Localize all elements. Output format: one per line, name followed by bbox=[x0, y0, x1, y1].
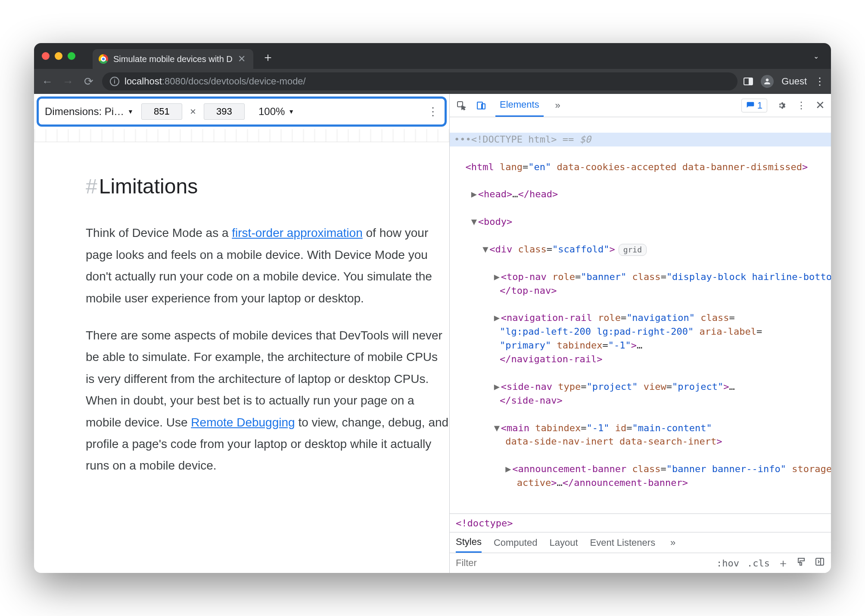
page-heading: #Limitations bbox=[86, 168, 449, 205]
content-area: Dimensions: Pi… ▼ × 100% ▼ ⋮ #Limitation… bbox=[34, 94, 831, 573]
dimensions-label: Dimensions: Pi… bbox=[45, 106, 124, 118]
chrome-icon bbox=[99, 54, 108, 64]
url-input[interactable]: i localhost:8080/docs/devtools/device-mo… bbox=[102, 72, 737, 90]
browser-menu-button[interactable]: ⋮ bbox=[815, 75, 825, 87]
link-remote-debugging[interactable]: Remote Debugging bbox=[191, 416, 295, 429]
minimize-window-button[interactable] bbox=[55, 52, 62, 60]
devtools-toolbar: Elements » 1 ⋮ ✕ bbox=[450, 94, 831, 117]
url-port: :8080 bbox=[162, 76, 186, 87]
profile-label: Guest bbox=[781, 76, 807, 87]
address-bar: ← → ⟳ i localhost:8080/docs/devtools/dev… bbox=[34, 69, 831, 94]
device-toggle-icon[interactable] bbox=[476, 100, 487, 111]
gear-icon[interactable] bbox=[776, 100, 787, 111]
tab-elements[interactable]: Elements bbox=[495, 94, 544, 117]
tab-event-listeners[interactable]: Event Listeners bbox=[590, 532, 656, 553]
url-path: /docs/devtools/device-mode/ bbox=[186, 76, 306, 87]
grid-badge[interactable]: grid bbox=[619, 244, 647, 256]
svg-rect-4 bbox=[816, 558, 824, 565]
paragraph: Think of Device Mode as a first-order ap… bbox=[86, 222, 449, 309]
more-subtabs-icon[interactable]: » bbox=[667, 537, 678, 548]
inspect-element-icon[interactable] bbox=[456, 100, 467, 111]
dom-breadcrumb[interactable]: <!doctype> bbox=[450, 513, 831, 532]
window-controls bbox=[42, 52, 75, 60]
dimensions-dropdown[interactable]: Dimensions: Pi… ▼ bbox=[45, 106, 134, 118]
new-style-rule-button[interactable]: ＋ bbox=[778, 556, 789, 571]
paragraph: There are some aspects of mobile devices… bbox=[86, 325, 449, 477]
tab-overflow-button[interactable]: ⌄ bbox=[813, 52, 819, 60]
maximize-window-button[interactable] bbox=[68, 52, 75, 60]
tab-styles[interactable]: Styles bbox=[456, 532, 482, 553]
tab-layout[interactable]: Layout bbox=[549, 532, 578, 553]
chevron-down-icon: ▼ bbox=[288, 108, 294, 115]
titlebar: Simulate mobile devices with D ✕ ＋ ⌄ bbox=[34, 43, 831, 69]
filter-input[interactable] bbox=[456, 557, 602, 569]
issues-count: 1 bbox=[757, 100, 762, 111]
tab-computed[interactable]: Computed bbox=[494, 532, 538, 553]
dom-tree[interactable]: •••<!DOCTYPE html> == $0 <html lang="en"… bbox=[450, 117, 831, 513]
width-input[interactable] bbox=[141, 103, 182, 120]
device-toolbar-menu[interactable]: ⋮ bbox=[427, 105, 439, 118]
rendered-page: #Limitations Think of Device Mode as a f… bbox=[34, 142, 449, 573]
device-viewport: Dimensions: Pi… ▼ × 100% ▼ ⋮ #Limitation… bbox=[34, 94, 450, 573]
side-panel-icon[interactable] bbox=[744, 78, 753, 85]
reload-button[interactable]: ⟳ bbox=[81, 74, 96, 89]
close-window-button[interactable] bbox=[42, 52, 50, 60]
profile-button[interactable] bbox=[761, 75, 774, 88]
close-devtools-button[interactable]: ✕ bbox=[815, 99, 825, 112]
devtools-menu-button[interactable]: ⋮ bbox=[796, 100, 807, 111]
new-tab-button[interactable]: ＋ bbox=[262, 49, 274, 65]
svg-rect-3 bbox=[800, 563, 802, 565]
ruler bbox=[34, 129, 449, 142]
browser-window: Simulate mobile devices with D ✕ ＋ ⌄ ← →… bbox=[34, 43, 831, 573]
dimensions-separator: × bbox=[190, 106, 196, 118]
device-toolbar: Dimensions: Pi… ▼ × 100% ▼ ⋮ bbox=[37, 96, 447, 127]
link-first-order[interactable]: first-order approximation bbox=[232, 226, 362, 240]
paint-icon[interactable] bbox=[797, 557, 807, 569]
chevron-down-icon: ▼ bbox=[128, 108, 134, 115]
tab-title: Simulate mobile devices with D bbox=[113, 54, 233, 64]
issues-button[interactable]: 1 bbox=[741, 99, 767, 112]
forward-button[interactable]: → bbox=[61, 74, 75, 89]
cls-toggle[interactable]: .cls bbox=[747, 558, 770, 569]
more-tabs-icon[interactable]: » bbox=[552, 100, 563, 111]
devtools-panel: Elements » 1 ⋮ ✕ •••<!DOCTYPE html> == $… bbox=[450, 94, 831, 573]
browser-tab[interactable]: Simulate mobile devices with D ✕ bbox=[93, 49, 253, 69]
toggle-sidebar-icon[interactable] bbox=[815, 557, 825, 569]
site-info-icon[interactable]: i bbox=[110, 77, 119, 86]
zoom-dropdown[interactable]: 100% ▼ bbox=[258, 106, 294, 118]
zoom-value: 100% bbox=[258, 106, 285, 118]
styles-tabs: Styles Computed Layout Event Listeners » bbox=[450, 532, 831, 553]
height-input[interactable] bbox=[204, 103, 245, 120]
hov-toggle[interactable]: :hov bbox=[716, 558, 739, 569]
close-tab-button[interactable]: ✕ bbox=[238, 53, 246, 65]
url-host: localhost bbox=[124, 76, 162, 87]
back-button[interactable]: ← bbox=[40, 74, 55, 89]
styles-filter-bar: :hov .cls ＋ bbox=[450, 553, 831, 573]
